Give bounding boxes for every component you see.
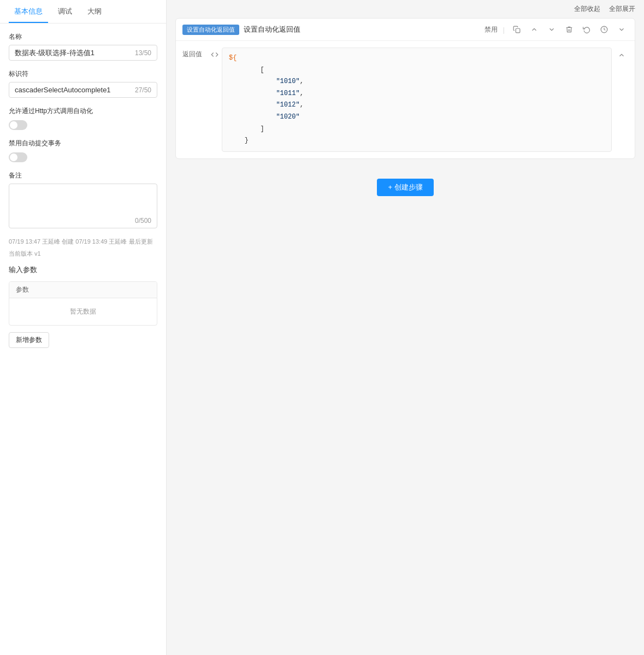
- tabs-bar: 基本信息 调试 大纲: [0, 0, 166, 23]
- return-value-code[interactable]: ${ [ "1010", "1011", "1012", "1020" ] }: [222, 48, 612, 152]
- down-icon: [548, 26, 556, 33]
- separator-1: |: [503, 26, 505, 34]
- chevron-up-icon: [618, 51, 625, 59]
- refresh-icon: [583, 26, 590, 33]
- copy-icon-button[interactable]: [510, 23, 523, 36]
- expand-all-button[interactable]: 全部展开: [609, 4, 635, 14]
- copy-icon: [513, 26, 521, 33]
- expand-button[interactable]: [615, 23, 628, 36]
- step-actions: 禁用 |: [485, 23, 628, 36]
- collapse-code-button[interactable]: [615, 48, 628, 61]
- left-panel: 基本信息 调试 大纲 名称 13/50 标识符 27/50 允许通过Http方式…: [0, 0, 167, 655]
- remark-wrapper: 0/500: [9, 184, 157, 228]
- code-icon: [211, 48, 218, 60]
- http-toggle-label: 允许通过Http方式调用自动化: [9, 107, 157, 116]
- id-char-count: 27/50: [135, 86, 151, 94]
- step-card-body: 返回值 ${ [ "1010", "1011",: [176, 41, 635, 158]
- step-card: 设置自动化返回值 设置自动化返回值 禁用 |: [175, 18, 635, 159]
- name-label: 名称: [9, 32, 157, 42]
- params-empty: 暂无数据: [9, 298, 157, 325]
- move-down-button[interactable]: [545, 23, 558, 36]
- id-input-wrapper: 27/50: [9, 82, 157, 98]
- remark-field-group: 备注 0/500: [9, 171, 157, 228]
- http-toggle[interactable]: [9, 120, 27, 130]
- create-step-wrapper: + 创建步骤: [175, 168, 635, 207]
- create-step-button[interactable]: + 创建步骤: [377, 179, 433, 196]
- params-table: 参数 暂无数据: [9, 281, 157, 326]
- up-icon: [530, 26, 538, 33]
- remark-char-count: 0/500: [135, 217, 151, 225]
- submit-toggle[interactable]: [9, 152, 27, 162]
- params-column-header: 参数: [16, 285, 29, 294]
- submit-toggle-section: 禁用自动提交事务: [9, 139, 157, 162]
- step-tag: 设置自动化返回值: [182, 25, 239, 35]
- time-button[interactable]: [598, 23, 611, 36]
- params-header: 参数: [9, 282, 157, 298]
- return-value-label: 返回值: [182, 48, 202, 152]
- move-up-button[interactable]: [528, 23, 541, 36]
- add-param-button[interactable]: 新增参数: [9, 332, 49, 348]
- refresh-button[interactable]: [580, 23, 593, 36]
- params-section: 输入参数 参数 暂无数据 新增参数: [9, 265, 157, 348]
- tab-basic[interactable]: 基本信息: [9, 0, 48, 23]
- name-input-wrapper: 13/50: [9, 45, 157, 61]
- remark-label: 备注: [9, 171, 157, 180]
- return-value-area: ${ [ "1010", "1011", "1012", "1020" ] }: [211, 48, 628, 152]
- name-input[interactable]: [15, 49, 133, 57]
- meta-create-info: 07/19 13:47 王延峰 创建 07/19 13:49 王延峰 最后更新: [9, 237, 157, 247]
- collapse-all-button[interactable]: 全部收起: [574, 4, 600, 14]
- id-input[interactable]: [15, 86, 133, 94]
- meta-version-info: 当前版本 v1: [9, 249, 157, 259]
- name-field-group: 名称 13/50: [9, 32, 157, 61]
- delete-button[interactable]: [563, 23, 576, 36]
- right-header: 全部收起 全部展开: [167, 0, 644, 18]
- svg-rect-0: [516, 28, 520, 33]
- id-label: 标识符: [9, 69, 157, 79]
- chevron-down-icon: [618, 26, 625, 33]
- id-field-group: 标识符 27/50: [9, 69, 157, 98]
- clock-icon: [600, 26, 608, 33]
- name-char-count: 13/50: [135, 49, 151, 57]
- step-title: 设置自动化返回值: [244, 25, 485, 34]
- submit-toggle-label: 禁用自动提交事务: [9, 139, 157, 148]
- code-dollar: ${: [229, 54, 237, 62]
- delete-icon: [565, 26, 573, 33]
- disable-button[interactable]: 禁用: [485, 25, 498, 34]
- tab-outline[interactable]: 大纲: [82, 0, 107, 23]
- tab-debug[interactable]: 调试: [52, 0, 78, 23]
- params-title: 输入参数: [9, 265, 157, 275]
- right-panel: 全部收起 全部展开 设置自动化返回值 设置自动化返回值 禁用 |: [167, 0, 644, 655]
- http-toggle-section: 允许通过Http方式调用自动化: [9, 107, 157, 130]
- step-card-header: 设置自动化返回值 设置自动化返回值 禁用 |: [176, 19, 635, 41]
- panel-content: 名称 13/50 标识符 27/50 允许通过Http方式调用自动化 禁用自动提…: [0, 23, 166, 655]
- right-content: 设置自动化返回值 设置自动化返回值 禁用 |: [167, 18, 644, 655]
